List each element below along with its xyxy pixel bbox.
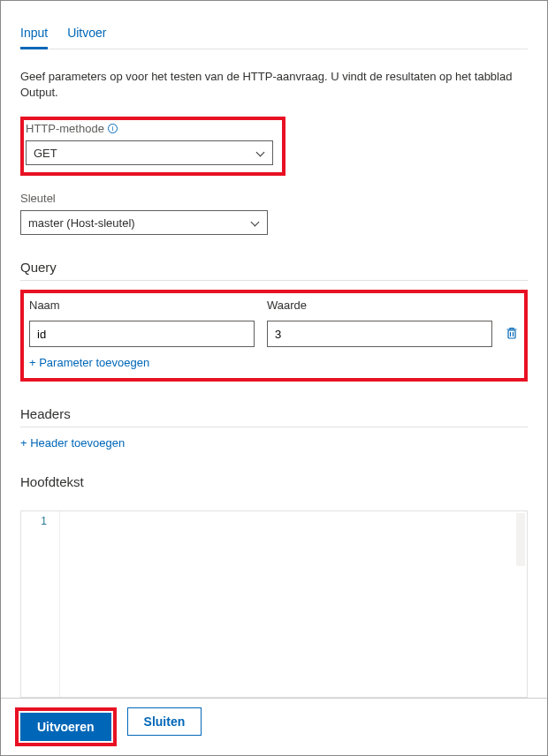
headers-title: Headers xyxy=(20,406,528,427)
chevron-down-icon xyxy=(251,218,260,227)
http-method-label-text: HTTP-methode xyxy=(26,122,104,135)
query-value-header: Waarde xyxy=(267,299,480,312)
key-label: Sleutel xyxy=(20,192,528,205)
add-header-link[interactable]: + Header toevoegen xyxy=(20,436,528,450)
run-button[interactable]: Uitvoeren xyxy=(20,713,111,741)
chevron-down-icon xyxy=(256,148,265,157)
http-method-label: HTTP-methode i xyxy=(26,122,277,135)
query-value-input[interactable] xyxy=(267,321,492,347)
tab-input[interactable]: Input xyxy=(20,17,48,49)
tab-output[interactable]: Uitvoer xyxy=(67,17,106,49)
info-icon[interactable]: i xyxy=(108,124,118,133)
query-row xyxy=(29,321,519,347)
http-method-select[interactable]: GET xyxy=(26,140,273,165)
query-name-input[interactable] xyxy=(29,321,255,347)
tabs: Input Uitvoer xyxy=(20,17,528,49)
key-value: master (Host-sleutel) xyxy=(28,216,135,230)
delete-icon[interactable] xyxy=(505,326,519,343)
add-parameter-link[interactable]: + Parameter toevoegen xyxy=(29,356,519,369)
line-number-gutter: 1 xyxy=(21,511,60,697)
query-headers: Naam Waarde xyxy=(29,299,519,312)
body-editor[interactable]: 1 xyxy=(20,510,528,698)
footer: Uitvoeren Sluiten xyxy=(1,698,547,755)
http-method-value: GET xyxy=(34,147,57,160)
key-select[interactable]: master (Host-sleutel) xyxy=(20,210,268,235)
code-area[interactable] xyxy=(60,511,527,697)
body-title: Hoofdtekst xyxy=(20,474,528,495)
query-name-header: Naam xyxy=(29,299,242,312)
svg-rect-0 xyxy=(508,330,515,338)
close-button[interactable]: Sluiten xyxy=(127,707,202,736)
minimap xyxy=(516,513,525,566)
description-text: Geef parameters op voor het testen van d… xyxy=(20,69,528,101)
query-title: Query xyxy=(20,260,528,281)
